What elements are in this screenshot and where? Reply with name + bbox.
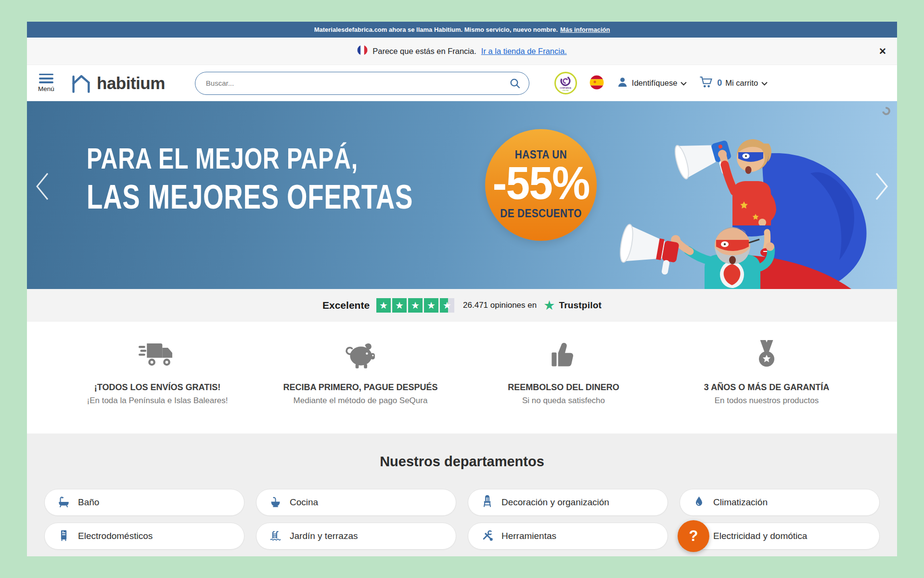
feature-money-back: REEMBOLSO DEL DINERO Si no queda satisfe… [462,322,665,434]
feature-title: RECIBA PRIMERO, PAGUE DESPUÉS [259,382,462,393]
water-drop-icon [693,495,706,510]
menu-label: Menú [34,85,59,92]
features-row: ¡TODOS LOS ENVÍOS GRATIS! ¡En toda la Pe… [27,322,897,434]
svg-text:CONFIANZA: CONFIANZA [560,87,572,89]
department-label: Decoración y organización [501,497,609,508]
department-label: Jardín y terrazas [290,531,358,541]
star-icon: ★ [408,298,423,313]
feature-title: 3 AÑOS O MÁS DE GARANTÍA [665,382,868,393]
department-pill-herramientas[interactable]: Herramientas [468,523,668,550]
search-input[interactable] [195,72,529,95]
france-store-link[interactable]: Ir a la tienda de Francia. [481,47,567,56]
spain-flag-icon[interactable] [590,75,604,92]
trustpilot-stars: ★ ★ ★ ★ ★ [376,298,454,313]
announcement-text: Materialesdefabrica.com ahora se llama H… [314,26,558,33]
cart-count: 0 [717,78,722,88]
department-label: Herramientas [501,531,556,541]
bathtub-icon [57,495,70,510]
brand-name: habitium [97,74,165,93]
discount-badge: HASTA UN -55% DE DESCUENTO [485,129,597,241]
chevron-down-icon [761,79,768,88]
piggy-bank-icon [259,338,462,372]
user-icon [616,76,629,90]
feature-subtitle: ¡En toda la Península e Islas Baleares! [56,396,259,406]
department-label: Electrodomésticos [78,531,153,541]
feature-title: ¡TODOS LOS ENVÍOS GRATIS! [56,382,259,393]
appliance-icon [57,529,70,544]
feature-title: REEMBOLSO DEL DINERO [462,382,665,393]
feature-subtitle: Si no queda satisfecho [462,396,665,406]
cart-icon [699,76,714,91]
tools-icon [481,529,494,544]
medal-icon [665,338,868,372]
hero-photo-illustration [608,101,897,289]
cart-button[interactable]: 0 Mi carrito [699,76,768,91]
trustpilot-band[interactable]: Excelente ★ ★ ★ ★ ★ 26.471 opiniones en … [27,289,897,322]
search-icon[interactable] [509,78,521,91]
departments-section: Nuestros departamentos Baño Cocina Decor… [27,434,897,556]
department-pill-electrodomesticos[interactable]: Electrodomésticos [44,523,244,550]
confianza-online-badge[interactable]: CONFIANZAONLINE [554,72,577,94]
site-header: Menú habitium CONFIANZAONLINE [27,65,897,101]
close-icon[interactable]: ✕ [879,46,886,57]
departments-title: Nuestros departamentos [27,434,897,470]
brand-logo[interactable]: habitium [69,71,165,95]
more-info-link[interactable]: Más información [560,26,610,33]
star-icon-partial: ★ [440,298,454,313]
announcement-bar: Materialesdefabrica.com ahora se llama H… [27,22,897,38]
trustpilot-star-icon: ★ [543,299,555,312]
feature-pay-later: RECIBA PRIMERO, PAGUE DESPUÉS Mediante e… [259,322,462,434]
geo-message: Parece que estás en Francia. [372,47,476,56]
hamburger-menu-icon [34,74,59,83]
feature-warranty: 3 AÑOS O MÁS DE GARANTÍA En todos nuestr… [665,322,868,434]
discount-badge-bottom: DE DESCUENTO [491,207,591,220]
star-icon: ★ [392,298,407,313]
truck-icon [56,338,259,372]
hero-banner[interactable]: PARA EL MEJOR PAPÁ, LAS MEJORES OFERTAS … [27,101,897,289]
pool-ladder-icon [269,529,282,544]
browser-viewport: Materialesdefabrica.com ahora se llama H… [27,22,897,556]
department-label: Climatización [713,497,768,508]
carousel-prev-button[interactable] [35,171,50,203]
department-pill-electricidad[interactable]: Electricidad y domótica [680,523,880,550]
cart-label: Mi carrito [725,79,758,88]
discount-badge-value: -55% [489,161,592,204]
star-icon: ★ [376,298,391,313]
trustpilot-rating-label: Excelente [322,300,370,311]
feature-subtitle: En todos nuestros productos [665,396,868,406]
question-mark-icon: ? [689,527,698,545]
search-bar [195,72,529,95]
thumbs-up-icon [462,338,665,372]
hero-headline-line2: LAS MEJORES OFERTAS [87,180,413,214]
star-icon: ★ [424,298,438,313]
hero-headline: PARA EL MEJOR PAPÁ, LAS MEJORES OFERTAS [87,144,505,214]
feature-free-shipping: ¡TODOS LOS ENVÍOS GRATIS! ¡En toda la Pe… [56,322,259,434]
hero-headline-line1: PARA EL MEJOR PAPÁ, [87,144,413,173]
menu-button[interactable]: Menú [34,74,59,93]
help-chat-button[interactable]: ? [678,520,709,552]
chair-icon [481,495,494,510]
france-flag-icon [357,45,368,57]
geo-banner: Parece que estás en Francia. Ir a la tie… [27,38,897,65]
svg-text:ONLINE: ONLINE [563,90,569,92]
account-button[interactable]: Identifíquese [616,76,687,90]
department-pill-bano[interactable]: Baño [44,489,244,516]
header-actions: CONFIANZAONLINE Identifíquese 0 Mi car [554,72,768,94]
chevron-down-icon [680,79,687,88]
departments-grid: Baño Cocina Decoración y organización Cl… [27,489,897,550]
department-pill-jardin[interactable]: Jardín y terrazas [256,523,456,550]
sign-in-label: Identifíquese [632,79,678,88]
department-label: Cocina [290,497,318,508]
department-pill-decoracion[interactable]: Decoración y organización [468,489,668,516]
feature-subtitle: Mediante el método de pago SeQura [259,396,462,406]
carousel-next-button[interactable] [874,171,889,203]
house-icon [69,71,92,95]
department-label: Baño [78,497,99,508]
department-label: Electricidad y domótica [713,531,807,541]
kitchen-sink-icon [269,495,282,510]
trustpilot-brand: Trustpilot [559,300,602,311]
trustpilot-review-count: 26.471 opiniones en [463,301,537,310]
department-pill-climatizacion[interactable]: Climatización [680,489,880,516]
department-pill-cocina[interactable]: Cocina [256,489,456,516]
